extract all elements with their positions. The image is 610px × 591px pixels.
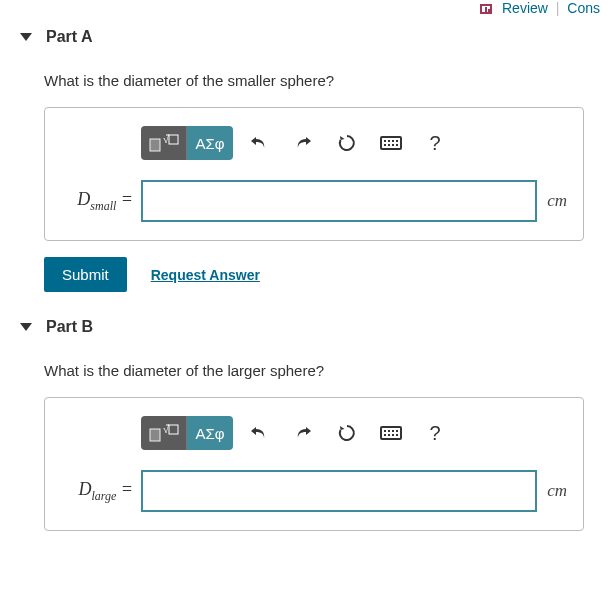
undo-button[interactable]: [239, 416, 279, 450]
reset-icon: [337, 133, 357, 153]
answer-input[interactable]: [141, 180, 537, 222]
keyboard-button[interactable]: [371, 416, 411, 450]
undo-icon: [249, 424, 269, 442]
stats-icon: [480, 4, 492, 14]
svg-rect-2: [169, 135, 178, 144]
template-group: √ ΑΣφ: [141, 416, 233, 450]
part-b-body: What is the diameter of the larger spher…: [0, 342, 610, 537]
part-title: Part B: [46, 318, 93, 336]
actions-row: Submit Request Answer: [44, 257, 610, 292]
separator: |: [556, 0, 560, 16]
answer-input[interactable]: [141, 470, 537, 512]
greek-button[interactable]: ΑΣφ: [187, 126, 233, 160]
keyboard-icon: [380, 136, 402, 150]
variable-label: Dlarge =: [61, 479, 133, 504]
part-a-header[interactable]: Part A: [0, 22, 610, 52]
help-button[interactable]: ?: [415, 416, 455, 450]
top-links: Review | Cons: [0, 0, 610, 22]
question-text: What is the diameter of the smaller sphe…: [44, 72, 610, 89]
undo-button[interactable]: [239, 126, 279, 160]
undo-icon: [249, 134, 269, 152]
reset-button[interactable]: [327, 126, 367, 160]
formula-toolbar: √ ΑΣφ ?: [141, 126, 567, 160]
caret-down-icon: [20, 33, 32, 41]
template-button[interactable]: √: [141, 416, 187, 450]
help-button[interactable]: ?: [415, 126, 455, 160]
redo-icon: [293, 424, 313, 442]
request-answer-link[interactable]: Request Answer: [151, 267, 260, 283]
template-group: √ ΑΣφ: [141, 126, 233, 160]
question-text: What is the diameter of the larger spher…: [44, 362, 610, 379]
reset-icon: [337, 423, 357, 443]
keyboard-icon: [380, 426, 402, 440]
answer-box: √ ΑΣφ ? Dlarge =: [44, 397, 584, 531]
review-link[interactable]: Review: [502, 0, 548, 16]
reset-button[interactable]: [327, 416, 367, 450]
greek-button[interactable]: ΑΣφ: [187, 416, 233, 450]
template-icon: √: [149, 423, 179, 443]
svg-rect-6: [169, 425, 178, 434]
redo-icon: [293, 134, 313, 152]
input-row: Dlarge = cm: [61, 470, 567, 512]
svg-rect-4: [150, 429, 160, 441]
template-icon: √: [149, 133, 179, 153]
caret-down-icon: [20, 323, 32, 331]
unit-label: cm: [547, 191, 567, 211]
formula-toolbar: √ ΑΣφ ?: [141, 416, 567, 450]
part-title: Part A: [46, 28, 93, 46]
unit-label: cm: [547, 481, 567, 501]
keyboard-button[interactable]: [371, 126, 411, 160]
variable-label: Dsmall =: [61, 189, 133, 214]
answer-box: √ ΑΣφ ? Dsmall =: [44, 107, 584, 241]
constants-link[interactable]: Cons: [567, 0, 600, 16]
submit-button[interactable]: Submit: [44, 257, 127, 292]
part-a-body: What is the diameter of the smaller sphe…: [0, 52, 610, 312]
input-row: Dsmall = cm: [61, 180, 567, 222]
redo-button[interactable]: [283, 126, 323, 160]
svg-rect-0: [150, 139, 160, 151]
template-button[interactable]: √: [141, 126, 187, 160]
redo-button[interactable]: [283, 416, 323, 450]
part-b-header[interactable]: Part B: [0, 312, 610, 342]
